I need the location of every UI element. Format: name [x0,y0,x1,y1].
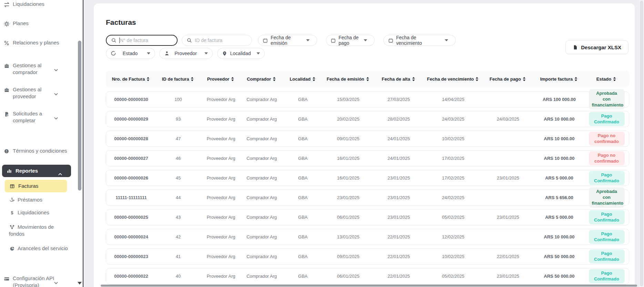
search-input-id-de-factura[interactable]: ID de factura [182,35,252,46]
filter-estado[interactable]: Estado [106,48,155,59]
column-header-estado[interactable]: Estado [583,76,629,82]
cell: 13/01/2025 [324,234,372,239]
table-row[interactable]: 11111-1111111144Proveedor ArgComprador A… [106,189,629,206]
sidebar-item-label: Solicitudes a completar [13,110,58,124]
sidebar-item-label: Liquidaciones [13,1,71,8]
sidebar-item-relaciones-y-planes[interactable]: Relaciones y planes [0,39,76,48]
cell: 23/01/2025 [372,195,425,200]
sidebar-item-configuracion-api[interactable]: Configuración API (Provisoria) [0,275,76,287]
sidebar-item-label: Gestiones al proveedor [13,86,58,100]
placeholder-text: N° de factura [120,38,148,43]
cell: 05/02/2025 [425,215,481,220]
cell: Proveedor Arg [200,215,242,220]
sidebar-item-planes[interactable]: Planes [0,20,76,28]
estado-cell: Pago Confirmado [584,112,630,126]
table-row[interactable]: 00000-0000002240Proveedor ArgComprador A… [106,268,629,284]
cell: Comprador Arg [242,136,282,141]
file-icon [573,45,578,50]
cell: 46 [156,156,200,161]
column-header-id-de-factura[interactable]: ID de factura [156,76,200,82]
sort-icon [312,77,315,81]
cell: 17/02/2025 [425,156,481,161]
status-badge: Pago Confirmado [589,269,625,284]
filter-fecha-de-emisi-n[interactable]: Fecha de emisión [258,35,317,46]
cell: 00000-00000025 [106,215,156,220]
caret-down-icon [204,52,208,54]
table-row[interactable]: 00000-00000030100Proveedor ArgComprador … [106,91,629,107]
filter-localidad[interactable]: Localidad [217,48,265,59]
cell: 10/02/2025 [425,136,481,141]
caret-down-icon [445,39,448,41]
column-header-label: Importe factura [540,76,573,82]
cell: 24/03/2025 [425,116,481,122]
cell: 00000-00000028 [106,136,156,141]
filter-label: Fecha de vencimiento [396,35,442,46]
chevron-down-icon [53,280,59,286]
window-scrollbar-thumb[interactable] [640,1,643,286]
column-header-importe-factura[interactable]: Importe factura [534,76,583,82]
sidebar-item-reportes[interactable]: Reportes [2,165,71,177]
table-row[interactable]: 00000-0000002847Proveedor ArgComprador A… [106,131,629,147]
sidebar-item-solicitudes-a-completar[interactable]: Solicitudes a completar [0,110,76,125]
sidebar-item-movimientos-de-fondos[interactable]: Movimientos de fondos [9,223,70,238]
svg-text:$: $ [11,210,13,215]
column-header-comprador[interactable]: Comprador [241,76,281,82]
status-badge: Pago Confirmado [589,249,625,264]
column-header-fecha-de-emisi-n[interactable]: Fecha de emisión [324,76,372,82]
column-header-localidad[interactable]: Localidad [281,76,324,82]
column-header-fecha-de-pago[interactable]: Fecha de pago [481,76,534,82]
filter-label: Proveedor [170,51,202,56]
column-header-fecha-de-vencimiento[interactable]: Fecha de vencimiento [425,76,481,82]
credit-card-icon [3,276,10,282]
download-xlsx-label: Descargar XLSX [581,44,621,50]
cell: Comprador Arg [242,116,282,122]
sidebar-item-liquidaciones[interactable]: Liquidaciones [0,1,76,9]
scroll-down-arrow[interactable] [78,282,82,285]
placeholder-text: ID de factura [195,38,222,43]
cell: 00000-00000030 [106,97,156,102]
cell: 16/01/2025 [324,175,372,181]
sidebar-item-prestamos[interactable]: $Préstamos [9,196,70,204]
cell: ARS 100 000.00 [535,97,584,102]
filter-proveedor[interactable]: Proveedor [159,48,213,59]
sidebar-item-aranceles-del-servicio[interactable]: Aranceles del servicio [9,245,70,260]
sidebar-item-label: Préstamos [18,197,42,203]
sort-icon [366,77,369,81]
sidebar-scrollbar-thumb[interactable] [78,41,81,191]
cell: 41 [156,254,200,259]
column-header-nro-de-factura[interactable]: Nro. de Factura [106,76,156,82]
table-row[interactable]: 00000-0000002645Proveedor ArgComprador A… [106,170,629,186]
facturas-table: Nro. de FacturaID de facturaProveedorCom… [106,71,629,284]
window-scrollbar[interactable] [639,0,644,287]
cell: 45 [156,175,200,181]
estado-cell: Aprobada con financiamiento [584,187,630,208]
sidebar-item-gestiones-al-comprador[interactable]: Gestiones al comprador [0,62,76,77]
download-xlsx-button[interactable]: Descargar XLSX [565,40,628,54]
cell: ARS 10 000.00 [535,136,584,141]
table-row[interactable]: 00000-0000002341Proveedor ArgComprador A… [106,248,629,265]
sort-icon [147,77,150,81]
search-input-n-de-factura[interactable]: N° de factura [106,35,178,46]
sort-icon [613,77,616,81]
filter-fecha-de-pago[interactable]: Fecha de pago [326,35,375,46]
filter-fecha-de-vencimiento[interactable]: Fecha de vencimiento [383,35,456,46]
clipboard-check-icon [3,111,10,117]
table-row[interactable]: 00000-0000002746Proveedor ArgComprador A… [106,150,629,166]
sidebar-item-terminos-y-condiciones[interactable]: Términos y condiciones [0,147,76,156]
horizontal-scrollbar[interactable] [101,285,637,287]
cell: 47 [156,136,200,141]
table-header-row: Nro. de FacturaID de facturaProveedorCom… [106,71,629,87]
sidebar-item-gestiones-al-proveedor[interactable]: Gestiones al proveedor [0,86,76,101]
gear-icon [3,21,10,27]
sidebar-item-liquidaciones-reporte[interactable]: $Liquidaciones [9,209,70,217]
cell: Proveedor Arg [200,274,242,279]
table-row[interactable]: 00000-0000002442Proveedor ArgComprador A… [106,229,629,245]
table-row[interactable]: 00000-0000002543Proveedor ArgComprador A… [106,209,629,225]
column-header-fecha-de-alta[interactable]: Fecha de alta [372,76,425,82]
table-row[interactable]: 00000-0000002993Proveedor ArgComprador A… [106,111,629,127]
column-header-label: Comprador [247,76,271,82]
column-header-proveedor[interactable]: Proveedor [200,76,241,82]
percent-icon [3,40,10,46]
sidebar-item-facturas[interactable]: Facturas [5,180,67,192]
sidebar-item-label: Liquidaciones [18,209,49,215]
